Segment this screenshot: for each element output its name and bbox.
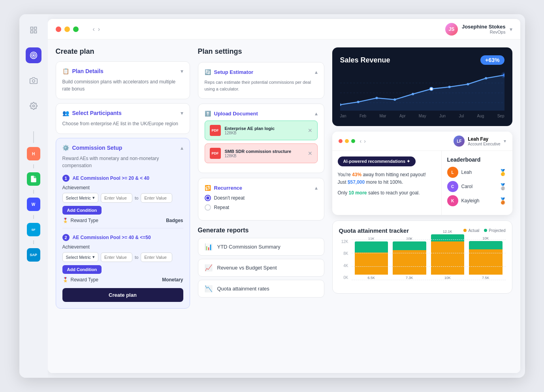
line-chart [340, 71, 504, 111]
ai-window-bar: ‹ › LF Leah Fay Account Executive ▾ [332, 132, 512, 151]
upload-close-2[interactable]: ✕ [308, 150, 312, 156]
sales-revenue-card: Sales Revenue +63% [332, 47, 512, 126]
participants-chevron[interactable]: ▾ [181, 110, 183, 116]
recurrence-card: 🔁 Recurrence ▴ Doesn't repeat Repeat [198, 178, 324, 220]
svg-point-20 [485, 77, 487, 79]
bar-3-top-label: 12.1K [443, 230, 452, 234]
sap-logo[interactable]: SAP [27, 248, 40, 262]
report-ytd[interactable]: 📊 YTD Commission Summary [198, 238, 324, 256]
radio-dot-1 [206, 196, 209, 200]
participants-desc: Choose from enterprise AE list in the UK… [62, 120, 183, 127]
leader-1: L Leah 🥇 [447, 167, 507, 178]
report-ytd-icon: 📊 [205, 243, 213, 251]
hubspot-logo[interactable]: H [27, 147, 40, 160]
ai-maximize-btn[interactable] [351, 139, 355, 143]
svg-point-14 [375, 97, 378, 99]
commission-icon: ⚙️ [62, 145, 69, 151]
csv-logo[interactable] [27, 172, 40, 186]
ai-user-dropdown-icon[interactable]: ▾ [504, 138, 506, 144]
ai-user-info: LF Leah Fay Account Executive ▾ [454, 136, 506, 147]
leader-1-avatar: L [447, 167, 458, 178]
rule-1-metric-select[interactable]: Select Metric ▾ [62, 193, 99, 203]
plan-details-chevron[interactable]: ▾ [181, 68, 183, 74]
recurrence-option-2[interactable]: Repeat [205, 204, 318, 211]
rule-2-value-input[interactable] [101, 253, 132, 262]
svg-point-8 [32, 105, 34, 107]
recurrence-option-1[interactable]: Doesn't repeat [205, 195, 318, 201]
svg-point-15 [393, 98, 396, 101]
create-plan-button[interactable]: Create plan [62, 288, 183, 302]
report-quota[interactable]: 📉 Quota attainment rates [198, 280, 324, 298]
leader-3-name: Kayleigh [461, 198, 496, 204]
recurrence-chevron[interactable]: ▴ [315, 185, 318, 191]
upload-size-1: 128KB [225, 131, 304, 135]
leader-3-avatar: K [447, 195, 458, 206]
salesforce-logo[interactable]: SF [27, 223, 40, 236]
recurrence-icon: 🔁 [205, 185, 211, 191]
upload-item-2: PDF SMB SDR commission structure 128KB ✕ [205, 143, 318, 163]
upload-close-1[interactable]: ✕ [308, 127, 312, 134]
create-plan-panel: Create plan 📋 Plan Details ▾ Build commi… [56, 47, 190, 365]
settings-icon[interactable] [26, 98, 41, 114]
ai-close-btn[interactable] [339, 139, 343, 143]
pdf-icon-2: PDF [210, 148, 221, 159]
rule-2-metric-select[interactable]: Select Metric ▾ [62, 252, 99, 262]
rule-2-to-label: to [135, 255, 138, 260]
rule-2-add-condition-button[interactable]: Add Condition [62, 265, 102, 274]
traffic-lights [56, 26, 79, 32]
upload-filename-1: Enterprise AE plan logic [225, 126, 304, 131]
rule-2-value2-input[interactable] [141, 253, 172, 262]
commission-chevron[interactable]: ▴ [181, 145, 183, 151]
revenue-svg [340, 71, 504, 111]
svg-point-5 [32, 53, 36, 57]
upload-item-1: PDF Enterprise AE plan logic 128KB ✕ [205, 121, 318, 140]
grid-icon[interactable] [26, 22, 41, 38]
report-revenue[interactable]: 📈 Revenue vs Budget Spent [198, 259, 324, 277]
leader-3-badge: 🥉 [499, 197, 507, 205]
svg-point-16 [411, 93, 414, 95]
title-bar: ‹ › JS Josephine Stokes RevOps ▾ [48, 19, 520, 40]
rule-1-value-input[interactable] [101, 193, 132, 203]
close-button[interactable] [56, 26, 61, 32]
ai-user-avatar: LF [454, 136, 465, 147]
user-name: Josephine Stokes [462, 24, 506, 30]
avatar: JS [445, 23, 458, 36]
chart-months: Jan Feb Mar Apr May Jun Jul Aug Sep [340, 114, 504, 118]
user-dropdown-icon[interactable]: ▾ [510, 26, 512, 32]
content-area: Create plan 📋 Plan Details ▾ Build commi… [48, 40, 520, 373]
upload-document-card: ⬆️ Upload Document ▴ PDF Enterprise AE p… [198, 104, 324, 173]
rule-1-add-condition-button[interactable]: Add Condition [62, 206, 102, 215]
upload-file-info-2: SMB SDR commission structure 128KB [225, 149, 304, 158]
camera-icon[interactable] [26, 73, 41, 89]
ai-amount: $57,000 [348, 179, 365, 185]
estimator-chevron[interactable]: ▴ [315, 69, 318, 75]
ai-back-arrow[interactable]: ‹ [360, 138, 362, 144]
maximize-button[interactable] [73, 26, 79, 32]
plan-details-icon: 📋 [62, 68, 69, 74]
commission-setup-title: ⚙️ Commission Setup [62, 145, 122, 151]
ai-traffic-lights [339, 139, 355, 143]
ai-minimize-btn[interactable] [345, 139, 349, 143]
rule-1-reward-row: 🎖️ Reward Type Badges [62, 218, 183, 223]
minimize-button[interactable] [64, 26, 70, 32]
target-icon[interactable] [26, 47, 41, 63]
webflow-logo[interactable]: W [27, 198, 40, 211]
radio-1[interactable] [205, 195, 211, 201]
quota-legend: Actual Projected [463, 228, 505, 233]
back-arrow[interactable]: ‹ [93, 26, 95, 33]
radio-2[interactable] [205, 204, 211, 211]
metric-2-dropdown-icon: ▾ [92, 254, 95, 260]
rule-1-value2-input[interactable] [141, 193, 172, 203]
ai-forward-arrow[interactable]: › [364, 138, 366, 144]
ai-powered-btn[interactable]: AI-powered recommendations ✦ [338, 156, 416, 166]
report-revenue-icon: 📈 [205, 264, 213, 271]
upload-chevron[interactable]: ▴ [315, 110, 318, 117]
plan-details-title: 📋 Plan Details [62, 68, 104, 74]
commission-rule-1: 1 AE Commission Pool >= 20 & < 40 Achiev… [62, 175, 183, 223]
svg-point-17 [429, 87, 433, 90]
ai-leaderboard: Leaderboard L Leah 🥇 C Carol 🥈 [441, 151, 512, 215]
commission-desc: Reward AEs with monetary and non-monetar… [62, 155, 183, 169]
forward-arrow[interactable]: › [98, 26, 100, 33]
generate-reports-section: Generate reports 📊 YTD Commission Summar… [198, 227, 324, 301]
user-role: RevOps [462, 30, 506, 34]
